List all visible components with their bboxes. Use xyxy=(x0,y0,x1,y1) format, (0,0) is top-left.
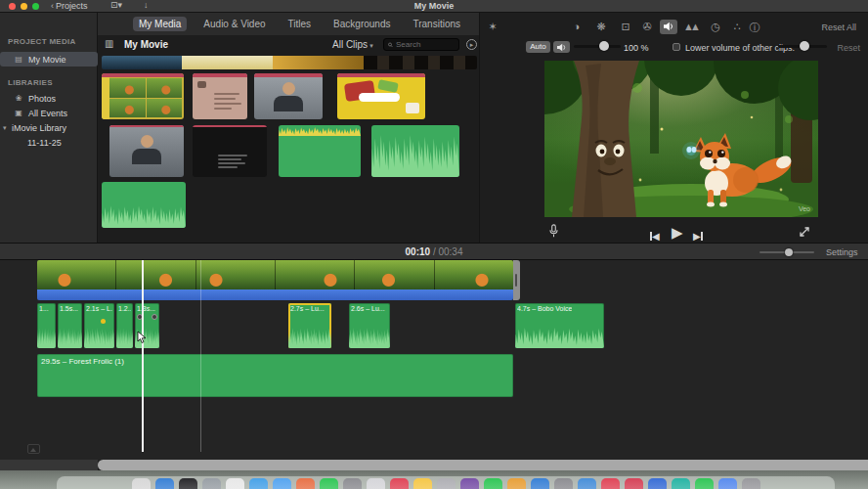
lower-volume-slider[interactable] xyxy=(778,45,827,48)
tab-my-media[interactable]: My Media xyxy=(133,17,187,31)
dock-icon[interactable] xyxy=(672,478,690,489)
fade-handle[interactable] xyxy=(152,314,157,320)
sidebar-item-all-events[interactable]: ▣ All Events xyxy=(0,106,98,120)
media-thumbnail-audio-clip[interactable] xyxy=(102,182,186,228)
speed-icon[interactable]: ◷ xyxy=(707,21,724,33)
color-correction-icon[interactable]: ❋ xyxy=(592,21,610,33)
audio-clip[interactable]: 2.1s – L... xyxy=(84,303,114,348)
volume-icon[interactable] xyxy=(660,20,677,34)
media-thumbnail-audio-clip[interactable] xyxy=(279,125,361,177)
clip-duration-icon[interactable]: ▸ xyxy=(466,39,477,50)
stabilization-icon[interactable]: ✇ xyxy=(638,21,656,33)
tab-audio-video[interactable]: Audio & Video xyxy=(197,17,271,31)
video-clip-filmstrip[interactable] xyxy=(37,260,513,289)
search-input[interactable] xyxy=(396,40,455,49)
media-thumbnail-notes-card[interactable] xyxy=(193,73,247,119)
window-bottom-bar[interactable] xyxy=(98,460,868,470)
dock-icon[interactable] xyxy=(742,478,760,489)
media-thumbnail-audio-clip[interactable] xyxy=(371,125,459,177)
dock-icon[interactable] xyxy=(578,478,596,489)
media-thumbnail-presenter[interactable] xyxy=(254,73,323,119)
noise-reduction-icon[interactable]: ▲▲ xyxy=(681,21,699,32)
veo-watermark: Veo xyxy=(799,205,810,212)
media-thumbnail-presenter-2[interactable] xyxy=(109,125,184,177)
dock-icon[interactable] xyxy=(179,478,197,489)
dock-icon[interactable] xyxy=(531,478,549,489)
voiceover-mic-icon[interactable] xyxy=(548,224,559,243)
waveform xyxy=(37,323,56,348)
sidebar-item-my-movie[interactable]: ▤ My Movie xyxy=(0,52,98,67)
dock-icon[interactable] xyxy=(343,478,362,489)
dock-icon[interactable] xyxy=(554,478,573,489)
video-audio-track[interactable] xyxy=(37,289,513,300)
audio-clip[interactable]: 1.5s... xyxy=(58,303,82,348)
dock-icon[interactable] xyxy=(273,478,291,489)
audio-clip-bobo-voice[interactable]: 4.7s – Bobo Voice xyxy=(515,303,604,348)
dock-icon[interactable] xyxy=(155,478,174,489)
dock-icon[interactable] xyxy=(249,478,268,489)
media-thumbnail-dark-screen[interactable] xyxy=(193,125,267,177)
auto-volume-button[interactable]: Auto xyxy=(526,41,550,53)
dock-icon[interactable] xyxy=(507,478,526,489)
enhance-wand-icon[interactable]: ✶ xyxy=(484,21,501,33)
waveform xyxy=(371,125,459,177)
sidebar-item-event-date[interactable]: 11-11-25 xyxy=(0,135,98,150)
info-icon[interactable]: ⓘ xyxy=(746,21,763,35)
dock-icon[interactable] xyxy=(132,478,151,489)
dock-icon[interactable] xyxy=(390,478,409,489)
dock-icon[interactable] xyxy=(320,478,338,489)
tab-backgrounds[interactable]: Backgrounds xyxy=(327,17,396,31)
volume-slider-knob[interactable] xyxy=(599,41,609,51)
dock-icon[interactable] xyxy=(367,478,385,489)
fullscreen-icon[interactable] xyxy=(799,224,810,242)
sidebar-item-photos[interactable]: ❀ Photos xyxy=(0,91,98,106)
reset-all-button[interactable]: Reset All xyxy=(821,22,856,32)
dock-icon[interactable] xyxy=(718,478,737,489)
lower-volume-checkbox[interactable] xyxy=(673,43,680,51)
dock-icon[interactable] xyxy=(460,478,479,489)
tab-transitions[interactable]: Transitions xyxy=(407,17,466,31)
chevron-down-icon[interactable]: ▾ xyxy=(3,124,7,132)
playhead[interactable] xyxy=(142,260,144,452)
color-balance-icon[interactable]: ◑ xyxy=(568,21,586,32)
audio-clip[interactable]: 1.2... xyxy=(116,303,133,348)
sidebar-item-imovie-library[interactable]: ▾ iMovie Library xyxy=(0,120,98,135)
dock-icon[interactable] xyxy=(484,478,502,489)
dock-icon[interactable] xyxy=(413,478,432,489)
dock-icon[interactable] xyxy=(437,478,456,489)
clip-trim-handle[interactable] xyxy=(513,260,520,300)
dock-icon[interactable] xyxy=(202,478,221,489)
sidebar-toggle-icon[interactable]: ▥ xyxy=(105,38,113,49)
dock-icon[interactable] xyxy=(296,478,315,489)
audio-clip[interactable]: 2.6s – Lu... xyxy=(349,303,390,348)
media-filmstrip[interactable] xyxy=(102,56,477,69)
audio-clip[interactable]: 1... xyxy=(37,303,56,348)
window-title: My Movie xyxy=(0,1,868,11)
lower-volume-knob[interactable] xyxy=(800,41,809,51)
timeline: 1... 1.5s... 2.1s – L... 1.2... 1.3s... … xyxy=(0,260,868,461)
clip-filter-dropdown[interactable]: All Clips▾ xyxy=(332,39,373,50)
color-filters-icon[interactable]: ∴ xyxy=(728,21,746,33)
dock-icon[interactable] xyxy=(226,478,244,489)
dock-icon[interactable] xyxy=(601,478,620,489)
crop-icon[interactable]: ⊡ xyxy=(617,21,634,33)
search-box[interactable] xyxy=(383,38,459,51)
waveform xyxy=(279,125,361,136)
dock-icon[interactable] xyxy=(648,478,667,489)
play-button[interactable]: ▶ xyxy=(672,224,683,242)
music-clip[interactable]: 29.5s – Forest Frolic (1) xyxy=(37,354,513,397)
media-thumbnail-yellow-card[interactable] xyxy=(337,73,425,119)
zoom-slider-knob[interactable] xyxy=(785,248,793,256)
dock-icon[interactable] xyxy=(625,478,643,489)
volume-slider[interactable] xyxy=(574,45,621,48)
timeline-settings-button[interactable]: Settings xyxy=(826,247,858,257)
mute-button[interactable] xyxy=(553,41,570,53)
timeline-zoom-slider[interactable] xyxy=(760,251,814,253)
tab-titles[interactable]: Titles xyxy=(282,17,318,31)
audio-clip-selected[interactable]: 2.7s – Lu... xyxy=(288,303,331,348)
media-thumbnail-forest-collage[interactable] xyxy=(102,73,184,119)
preview-viewer[interactable]: Veo xyxy=(544,61,818,217)
dock-icon[interactable] xyxy=(695,478,714,489)
reset-button[interactable]: Reset xyxy=(837,43,860,53)
dock xyxy=(57,476,835,489)
